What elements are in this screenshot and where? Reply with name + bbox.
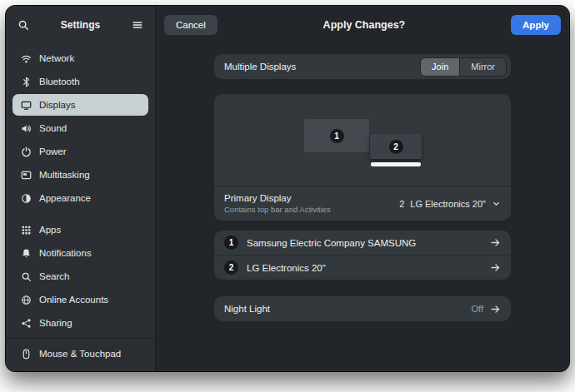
search-icon: [20, 270, 32, 282]
display-1-thumbnail[interactable]: 1: [304, 119, 369, 152]
displays-icon: [20, 99, 32, 111]
primary-display-subtitle: Contains top bar and Activities: [224, 205, 331, 214]
multiple-displays-row: Multiple Displays Join Mirror: [214, 54, 511, 79]
arrow-right-icon: [490, 262, 501, 273]
display-row-samsung[interactable]: 1 Samsung Electric Company SAMSUNG: [214, 231, 511, 255]
display-2-number-badge: 2: [389, 140, 403, 154]
settings-window: Settings Network Bluetooth Displays Soun…: [5, 5, 570, 372]
mouse-icon: [20, 348, 32, 360]
selected-display-indicator: [371, 162, 421, 166]
display-list-card: 1 Samsung Electric Company SAMSUNG 2 LG …: [214, 231, 511, 280]
arrangement-card: 1 2 Primary Display Contains top bar and…: [214, 94, 511, 221]
arrow-right-icon: [490, 237, 501, 248]
join-button[interactable]: Join: [421, 58, 459, 76]
sidebar-item-search[interactable]: Search: [12, 265, 148, 287]
notifications-icon: [20, 247, 32, 259]
sharing-icon: [20, 317, 32, 329]
apply-button[interactable]: Apply: [511, 15, 561, 35]
sidebar-item-label: Search: [39, 271, 69, 281]
sidebar-bottom: Mouse & Touchpad: [6, 339, 155, 371]
power-icon: [20, 146, 32, 157]
display-number-badge: 2: [224, 261, 238, 275]
bluetooth-icon: [20, 76, 32, 87]
header-title: Apply Changes?: [224, 19, 504, 31]
cancel-button[interactable]: Cancel: [164, 15, 218, 35]
sidebar-item-bluetooth[interactable]: Bluetooth: [12, 71, 148, 92]
sidebar-item-label: Sharing: [39, 318, 72, 328]
display-arrangement-area[interactable]: 1 2: [214, 94, 511, 186]
online-accounts-icon: [20, 294, 32, 305]
arrow-right-icon: [490, 304, 501, 315]
sidebar-item-label: Displays: [39, 100, 75, 110]
sidebar-item-multitasking[interactable]: Multitasking: [12, 164, 148, 186]
display-1-number-badge: 1: [330, 129, 344, 143]
headerbar: Cancel Apply Changes? Apply: [156, 6, 569, 44]
sidebar-item-label: Network: [39, 53, 74, 63]
sidebar-item-online-accounts[interactable]: Online Accounts: [12, 289, 148, 310]
sidebar-item-label: Power: [39, 146, 67, 156]
night-light-card: Night Light Off: [214, 296, 511, 321]
display-number-badge: 1: [224, 236, 238, 250]
sound-icon: [20, 122, 32, 134]
display-row-label: LG Electronics 20": [247, 263, 482, 273]
night-light-status: Off: [472, 304, 483, 314]
apps-icon: [20, 224, 32, 236]
sidebar-item-label: Sound: [39, 123, 67, 133]
main-panel: Cancel Apply Changes? Apply Multiple Dis…: [156, 6, 569, 371]
sidebar-header: Settings: [6, 6, 155, 44]
sidebar-item-mouse-touchpad[interactable]: Mouse & Touchpad: [12, 343, 148, 365]
search-icon: [18, 19, 29, 31]
sidebar-item-label: Online Accounts: [39, 295, 108, 305]
night-light-label: Night Light: [224, 304, 270, 314]
sidebar-item-label: Notifications: [39, 248, 92, 258]
primary-display-value-number: 2: [399, 199, 404, 209]
primary-display-row: Primary Display Contains top bar and Act…: [214, 186, 511, 221]
search-button[interactable]: [12, 14, 34, 36]
sidebar-item-sharing[interactable]: Sharing: [12, 312, 148, 334]
chevron-down-icon: [492, 199, 501, 208]
sidebar-item-label: Mouse & Touchpad: [39, 349, 121, 359]
displays-content: Multiple Displays Join Mirror 1 2: [156, 44, 569, 371]
display-2-thumbnail[interactable]: 2: [370, 134, 422, 159]
night-light-row[interactable]: Night Light Off: [214, 296, 511, 321]
mirror-button[interactable]: Mirror: [459, 58, 506, 76]
display-row-lg[interactable]: 2 LG Electronics 20": [214, 256, 511, 280]
join-mirror-toggle: Join Mirror: [420, 57, 507, 77]
multiple-displays-label: Multiple Displays: [224, 62, 296, 72]
primary-display-dropdown[interactable]: 2 LG Electronics 20": [399, 199, 501, 209]
sidebar: Settings Network Bluetooth Displays Soun…: [6, 6, 156, 371]
app-title: Settings: [38, 19, 123, 31]
primary-menu-button[interactable]: [127, 14, 148, 36]
sidebar-item-sound[interactable]: Sound: [12, 117, 148, 139]
sidebar-item-power[interactable]: Power: [12, 141, 148, 162]
appearance-icon: [20, 192, 32, 204]
multitasking-icon: [20, 169, 32, 181]
primary-display-value-name: LG Electronics 20": [410, 199, 486, 209]
sidebar-item-label: Appearance: [39, 193, 91, 203]
sidebar-nav: Network Bluetooth Displays Sound Power M…: [6, 44, 155, 338]
sidebar-item-label: Bluetooth: [39, 77, 80, 87]
sidebar-item-notifications[interactable]: Notifications: [12, 242, 148, 264]
network-icon: [20, 52, 32, 64]
display-row-label: Samsung Electric Company SAMSUNG: [247, 238, 482, 248]
sidebar-item-apps[interactable]: Apps: [12, 219, 148, 241]
sidebar-item-label: Multitasking: [39, 170, 90, 180]
hamburger-menu-icon: [132, 19, 143, 31]
sidebar-item-network[interactable]: Network: [12, 47, 148, 69]
sidebar-item-label: Apps: [39, 225, 61, 235]
sidebar-item-appearance[interactable]: Appearance: [12, 187, 148, 209]
sidebar-item-displays[interactable]: Displays: [12, 94, 148, 116]
primary-display-label: Primary Display: [224, 193, 331, 203]
